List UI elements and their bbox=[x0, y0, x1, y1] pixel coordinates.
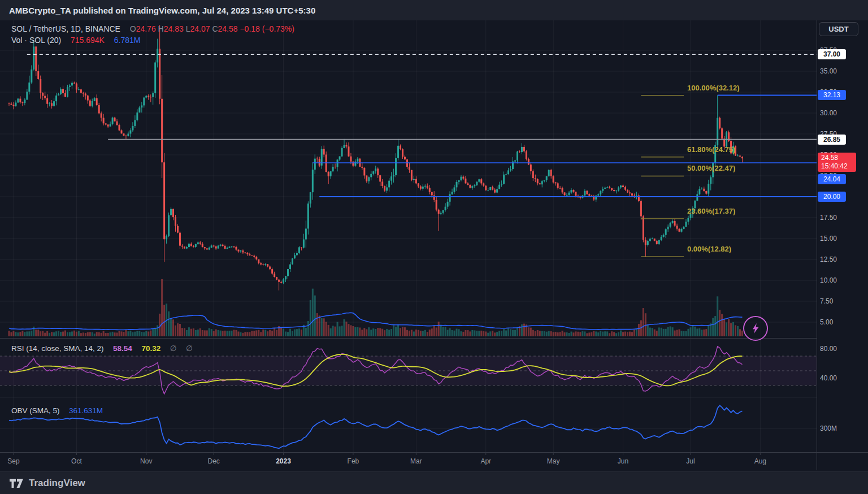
month-label-Mar: Mar bbox=[410, 457, 422, 465]
price-tick-5.00: 5.00 bbox=[820, 318, 833, 326]
change-value: −0.18 (−0.73%) bbox=[240, 24, 294, 33]
fib-level-label: 50.00%(22.47) bbox=[687, 164, 735, 175]
current-price-label: 24.5815:40:42 bbox=[818, 153, 856, 172]
price-level-label-24.04: 24.04 bbox=[818, 174, 846, 184]
fib-level-label: 23.60%(17.37) bbox=[687, 207, 735, 218]
price-tick-15.00: 15.00 bbox=[820, 235, 837, 242]
publish-text: AMBCrypto_TA published on TradingView.co… bbox=[9, 6, 315, 15]
volume-ma-value: 6.781M bbox=[114, 36, 141, 45]
price-level-label-32.13: 32.13 bbox=[818, 90, 846, 100]
currency-toggle-button[interactable]: USDT bbox=[819, 22, 858, 36]
symbol-legend[interactable]: SOL / TetherUS, 1D, BINANCE O24.76 H24.8… bbox=[11, 24, 294, 33]
month-label-Aug: Aug bbox=[754, 457, 766, 465]
candle-countdown: 15:40:42 bbox=[821, 162, 853, 171]
rsi-sma-value: 70.32 bbox=[141, 344, 160, 353]
rsi-empty-icon: ∅ bbox=[170, 344, 177, 353]
price-tick-10.00: 10.00 bbox=[820, 276, 837, 284]
rsi-empty-icon: ∅ bbox=[186, 344, 193, 353]
symbol-title: SOL / TetherUS, 1D, BINANCE bbox=[11, 24, 120, 33]
ohlc-value: 24.58 bbox=[218, 24, 240, 33]
month-label-Apr: Apr bbox=[480, 457, 491, 465]
tradingview-wordmark[interactable]: TradingView bbox=[29, 478, 85, 489]
price-level-label-20.00: 20.00 bbox=[818, 192, 846, 202]
obv-legend[interactable]: OBV (SMA, 5) 361.631M bbox=[11, 406, 103, 415]
fib-level-label: 0.00%(12.82) bbox=[687, 245, 731, 255]
obv-value: 361.631M bbox=[69, 406, 103, 415]
lightning-icon bbox=[749, 322, 762, 335]
rsi-label: RSI (14, close, SMA, 14, 2) bbox=[11, 344, 104, 353]
month-label-Oct: Oct bbox=[71, 457, 82, 465]
publish-bar: AMBCrypto_TA published on TradingView.co… bbox=[0, 0, 868, 20]
price-level-label-37.00: 37.00 bbox=[818, 49, 846, 59]
ohlc-values: O24.76 H24.83 L24.07 C24.58 bbox=[130, 24, 240, 33]
rsi-legend[interactable]: RSI (14, close, SMA, 14, 2) 58.54 70.32 … bbox=[11, 344, 193, 353]
month-label-Jun: Jun bbox=[618, 457, 628, 465]
month-label-Nov: Nov bbox=[140, 457, 152, 465]
tradingview-logo-icon[interactable] bbox=[9, 478, 24, 488]
ohlc-value: 24.83 bbox=[164, 24, 186, 33]
month-label-Feb: Feb bbox=[348, 457, 359, 465]
month-label-2023: 2023 bbox=[276, 457, 291, 465]
obv-label: OBV (SMA, 5) bbox=[11, 406, 60, 415]
price-tick-12.50: 12.50 bbox=[820, 255, 837, 263]
rsi-tick-80.00: 80.00 bbox=[820, 345, 837, 353]
price-tick-7.50: 7.50 bbox=[820, 297, 833, 305]
ohlc-key: O bbox=[130, 24, 136, 33]
boost-button[interactable] bbox=[743, 316, 768, 341]
chart-canvas[interactable] bbox=[0, 0, 868, 494]
price-tick-30.00: 30.00 bbox=[820, 109, 837, 117]
month-label-Jul: Jul bbox=[686, 457, 695, 465]
price-tick-35.00: 35.00 bbox=[820, 67, 837, 75]
month-label-May: May bbox=[547, 457, 560, 465]
volume-legend[interactable]: Vol · SOL (20) 715.694K 6.781M bbox=[11, 36, 140, 45]
fib-level-label: 100.00%(32.12) bbox=[687, 84, 740, 94]
price-level-label-26.85: 26.85 bbox=[818, 135, 846, 145]
ohlc-value: 24.07 bbox=[190, 24, 212, 33]
ohlc-value: 24.76 bbox=[136, 24, 158, 33]
fib-level-label: 61.80%(24.75) bbox=[687, 145, 735, 156]
ohlc-key: H bbox=[158, 24, 164, 33]
month-label-Dec: Dec bbox=[208, 457, 220, 465]
volume-label: Vol · SOL (20) bbox=[11, 36, 61, 45]
ohlc-key: C bbox=[212, 24, 218, 33]
tradingview-chart-window: AMBCrypto_TA published on TradingView.co… bbox=[0, 0, 868, 494]
volume-value: 715.694K bbox=[71, 36, 105, 45]
rsi-tick-40.00: 40.00 bbox=[820, 374, 837, 382]
watermark-bar: TradingView bbox=[0, 471, 868, 494]
month-label-Sep: Sep bbox=[7, 457, 19, 465]
obv-tick-300M: 300M bbox=[820, 424, 837, 432]
price-tick-17.50: 17.50 bbox=[820, 214, 837, 222]
rsi-value: 58.54 bbox=[113, 344, 132, 353]
